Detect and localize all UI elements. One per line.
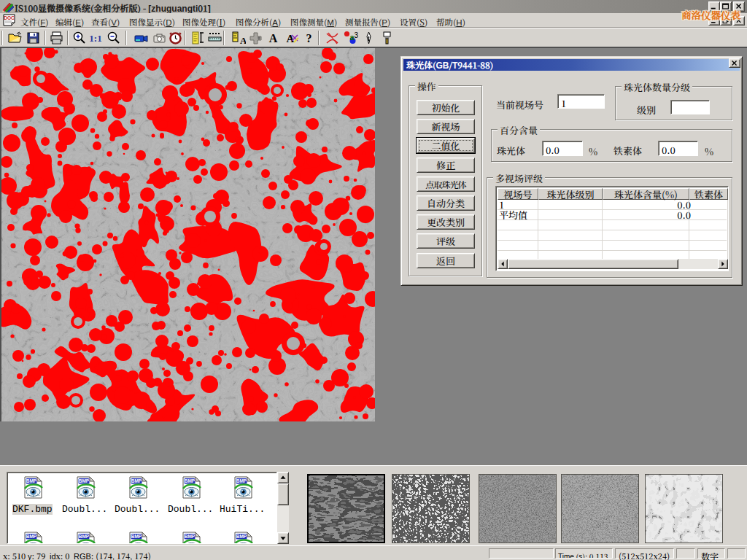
svg-text:A: A [269, 32, 278, 44]
svg-text:BMP: BMP [185, 478, 196, 483]
svg-text:BMP: BMP [79, 478, 90, 483]
svg-text:BMP: BMP [185, 534, 196, 539]
svg-text:DOC: DOC [4, 15, 15, 20]
svg-text:BMP: BMP [26, 478, 37, 483]
svg-text:BMP: BMP [26, 534, 37, 539]
svg-text:A: A [240, 35, 246, 45]
svg-text:BMP: BMP [131, 478, 142, 483]
svg-text:BMP: BMP [236, 478, 247, 483]
svg-text:BMP: BMP [131, 534, 142, 539]
svg-text:BMP: BMP [236, 534, 247, 539]
svg-text:1:1: 1:1 [89, 33, 101, 44]
svg-text:?: ? [306, 32, 312, 44]
svg-text:BMP: BMP [79, 534, 90, 539]
svg-text:3: 3 [355, 31, 359, 39]
